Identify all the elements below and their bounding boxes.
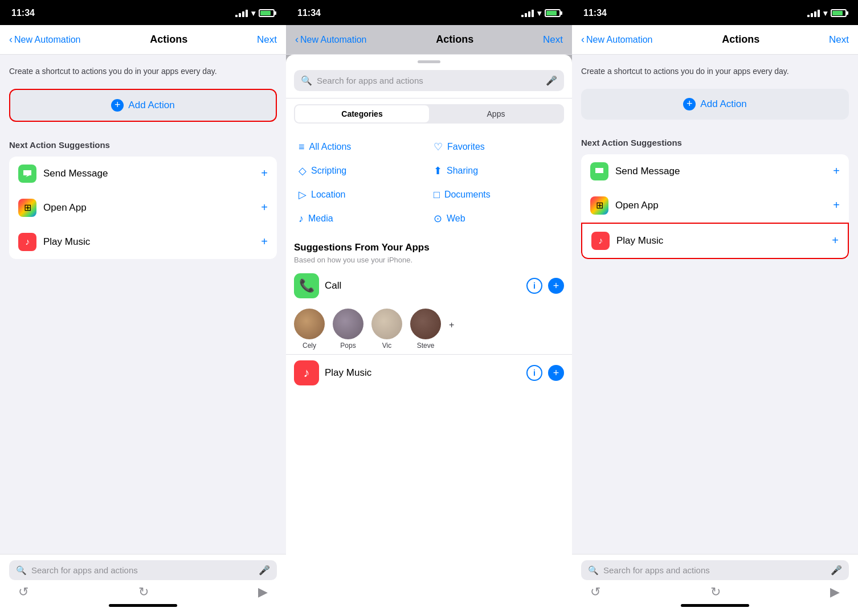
cat-label-loc-2: Location bbox=[311, 190, 346, 200]
status-icons-1: ▾ bbox=[235, 9, 275, 18]
add-call-button-2[interactable]: + bbox=[548, 278, 564, 294]
info-button-2[interactable]: i bbox=[526, 278, 542, 294]
suggestion-plus-sm-3[interactable]: + bbox=[833, 165, 840, 178]
contact-steve-2[interactable]: Steve bbox=[410, 309, 441, 350]
contact-pops-2[interactable]: Pops bbox=[333, 309, 363, 350]
info-play-music-2[interactable]: i bbox=[526, 365, 542, 381]
sheet-mic-icon-2[interactable]: 🎤 bbox=[546, 75, 557, 86]
suggestions-from-title-2: Suggestions From Your Apps bbox=[294, 242, 564, 253]
status-icons-3: ▾ bbox=[807, 9, 847, 18]
add-action-button-1[interactable]: + Add Action bbox=[9, 89, 277, 122]
play-music-icon-2: ♪ bbox=[294, 360, 319, 385]
messages-icon-3 bbox=[590, 162, 608, 180]
suggestion-send-message-3[interactable]: Send Message + bbox=[581, 154, 849, 188]
cat-all-actions-2[interactable]: ≡ All Actions bbox=[294, 135, 429, 159]
suggestion-play-music-1[interactable]: ♪ Play Music + bbox=[9, 225, 277, 259]
suggestion-name-pm-1: Play Music bbox=[43, 236, 254, 248]
back-label-3[interactable]: New Automation bbox=[586, 35, 653, 45]
search-bar-1[interactable]: 🔍 Search for apps and actions 🎤 bbox=[9, 560, 277, 580]
suggestion-open-app-1[interactable]: ⊞ Open App + bbox=[9, 191, 277, 225]
contact-name-cely-2: Cely bbox=[303, 342, 316, 350]
mic-icon-1[interactable]: 🎤 bbox=[259, 565, 270, 576]
add-action-label-1: Add Action bbox=[128, 100, 174, 111]
signal-icon-3 bbox=[807, 10, 820, 17]
suggestion-plus-pm-3[interactable]: + bbox=[832, 234, 839, 247]
messages-icon-1 bbox=[18, 165, 36, 183]
redo-button-3[interactable]: ↻ bbox=[710, 585, 721, 599]
cat-label-script-2: Scripting bbox=[311, 166, 346, 176]
tab-apps-2[interactable]: Apps bbox=[429, 105, 563, 122]
suggestion-open-app-3[interactable]: ⊞ Open App + bbox=[581, 188, 849, 223]
openapp-icon-3: ⊞ bbox=[590, 196, 608, 215]
contact-vic-2[interactable]: Vic bbox=[371, 309, 402, 350]
cat-label-media-2: Media bbox=[308, 213, 333, 224]
battery-icon-1 bbox=[259, 9, 275, 17]
play-button-3[interactable]: ▶ bbox=[830, 585, 840, 599]
suggestion-send-message-1[interactable]: Send Message + bbox=[9, 157, 277, 191]
add-action-button-3[interactable]: + Add Action bbox=[581, 89, 849, 120]
home-indicator-1 bbox=[109, 604, 177, 607]
web-icon-2: ⊙ bbox=[434, 212, 442, 225]
music-icon-3: ♪ bbox=[591, 232, 610, 250]
openapp-icon-1: ⊞ bbox=[18, 199, 36, 217]
suggestion-name-sm-1: Send Message bbox=[43, 168, 254, 179]
cat-sharing-2[interactable]: ⬆ Sharing bbox=[429, 159, 564, 183]
add-action-label-3: Add Action bbox=[700, 98, 746, 110]
add-play-music-2[interactable]: + bbox=[548, 365, 564, 381]
description-3: Create a shortcut to actions you do in y… bbox=[581, 66, 849, 77]
suggestion-list-1: Send Message + ⊞ Open App + ♪ bbox=[9, 157, 277, 259]
suggestion-name-oa-3: Open App bbox=[615, 200, 826, 211]
search-placeholder-3: Search for apps and actions bbox=[603, 565, 826, 575]
categories-grid-2: ≡ All Actions ♡ Favorites ◇ Scripting ⬆ … bbox=[286, 129, 572, 236]
scripting-icon-2: ◇ bbox=[299, 165, 307, 177]
status-bar-2: 11:34 ▾ bbox=[286, 0, 572, 25]
undo-button-3[interactable]: ↺ bbox=[590, 585, 600, 599]
cat-scripting-2[interactable]: ◇ Scripting bbox=[294, 159, 429, 183]
suggestion-plus-sm-1[interactable]: + bbox=[261, 167, 268, 180]
cat-documents-2[interactable]: □ Documents bbox=[429, 183, 564, 207]
cat-favorites-2[interactable]: ♡ Favorites bbox=[429, 135, 564, 159]
back-button-2[interactable]: ‹ New Automation bbox=[295, 34, 367, 46]
sheet-search-bar-2[interactable]: 🔍 Search for apps and actions 🎤 bbox=[294, 70, 564, 91]
time-2: 11:34 bbox=[297, 8, 321, 18]
mic-icon-3[interactable]: 🎤 bbox=[831, 565, 842, 576]
next-button-3[interactable]: Next bbox=[829, 34, 849, 46]
status-icons-2: ▾ bbox=[521, 9, 561, 18]
cat-web-2[interactable]: ⊙ Web bbox=[429, 207, 564, 231]
play-music-preview-2[interactable]: ♪ Play Music i + bbox=[286, 354, 572, 391]
search-bar-3[interactable]: 🔍 Search for apps and actions 🎤 bbox=[581, 560, 849, 580]
suggestion-name-oa-1: Open App bbox=[43, 202, 254, 213]
next-button-1[interactable]: Next bbox=[257, 34, 277, 46]
suggestion-play-music-3[interactable]: ♪ Play Music + bbox=[581, 223, 849, 259]
nav-title-2: Actions bbox=[436, 34, 473, 46]
next-button-2[interactable]: Next bbox=[543, 34, 563, 46]
back-label-2[interactable]: New Automation bbox=[300, 35, 367, 45]
signal-icon-2 bbox=[521, 10, 534, 17]
redo-button-1[interactable]: ↻ bbox=[138, 585, 149, 599]
suggestion-plus-oa-1[interactable]: + bbox=[261, 201, 268, 214]
suggestion-plus-pm-1[interactable]: + bbox=[261, 235, 268, 248]
screen2: 11:34 ▾ ‹ New Automation Actions bbox=[286, 0, 572, 616]
undo-button-1[interactable]: ↺ bbox=[18, 585, 28, 599]
suggestion-plus-oa-3[interactable]: + bbox=[833, 199, 840, 212]
back-button-1[interactable]: ‹ New Automation bbox=[9, 34, 81, 46]
screen1: 11:34 ▾ ‹ New Automation Actions bbox=[0, 0, 286, 616]
call-icon-2: 📞 bbox=[294, 273, 319, 298]
home-indicator-3 bbox=[681, 604, 749, 607]
contact-cely-2[interactable]: Cely bbox=[294, 309, 325, 350]
suggestion-name-sm-3: Send Message bbox=[615, 166, 826, 177]
tab-categories-2[interactable]: Categories bbox=[295, 105, 429, 122]
back-button-3[interactable]: ‹ New Automation bbox=[581, 34, 653, 46]
cat-location-2[interactable]: ▷ Location bbox=[294, 183, 429, 207]
play-button-1[interactable]: ▶ bbox=[258, 585, 268, 599]
all-actions-icon-2: ≡ bbox=[299, 141, 305, 153]
call-row-2: 📞 Call i + bbox=[286, 273, 572, 304]
toolbar-bottom-1: ↺ ↻ ▶ bbox=[9, 580, 277, 602]
battery-icon-3 bbox=[831, 9, 847, 17]
search-icon-2: 🔍 bbox=[301, 75, 312, 86]
more-contacts-2[interactable]: + bbox=[449, 320, 454, 330]
cat-media-2[interactable]: ♪ Media bbox=[294, 207, 429, 231]
play-music-label-2: Play Music bbox=[325, 367, 521, 379]
back-label-1[interactable]: New Automation bbox=[14, 35, 81, 45]
suggestions-title-1: Next Action Suggestions bbox=[9, 140, 277, 150]
